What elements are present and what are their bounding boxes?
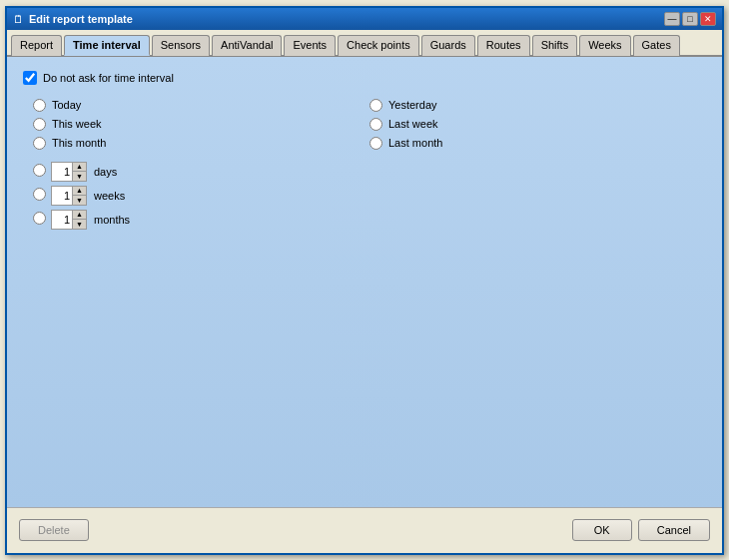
spinner-weeks-control[interactable]: ▲ ▼ xyxy=(51,186,87,206)
spinner-weeks-down[interactable]: ▼ xyxy=(73,196,86,206)
spinner-months-control[interactable]: ▲ ▼ xyxy=(51,210,87,230)
spinner-months-arrows: ▲ ▼ xyxy=(72,210,86,230)
radio-today[interactable] xyxy=(33,99,46,112)
btn-group-right: OK Cancel xyxy=(572,519,710,541)
checkbox-row: Do not ask for time interval xyxy=(23,71,706,85)
tab-shifts[interactable]: Shifts xyxy=(532,35,578,56)
radio-today-label: Today xyxy=(52,99,81,111)
tab-routes[interactable]: Routes xyxy=(477,35,530,56)
minimize-button[interactable]: — xyxy=(664,12,680,26)
spinner-days-down[interactable]: ▼ xyxy=(73,172,86,182)
radio-weeks-wrapper xyxy=(33,188,46,203)
spinner-days-row: ▲ ▼ days xyxy=(33,162,706,182)
window-icon: 🗒 xyxy=(13,13,24,25)
radio-last-week-label: Last week xyxy=(388,118,438,130)
content-area: Do not ask for time interval Today This … xyxy=(7,57,722,507)
title-bar-left: 🗒 Edit report template xyxy=(13,13,133,25)
spinner-days-value[interactable] xyxy=(52,166,72,178)
radio-this-month-label: This month xyxy=(52,137,106,149)
do-not-ask-checkbox[interactable] xyxy=(23,71,37,85)
tab-report[interactable]: Report xyxy=(11,35,62,56)
radio-months-wrapper xyxy=(33,212,46,227)
maximize-button[interactable]: □ xyxy=(682,12,698,26)
radio-last-week-row: Last week xyxy=(369,118,706,131)
title-buttons: — □ ✕ xyxy=(664,12,716,26)
spinner-weeks-row: ▲ ▼ weeks xyxy=(33,186,706,206)
radio-this-week-row: This week xyxy=(33,118,369,131)
main-window: 🗒 Edit report template — □ ✕ Report Time… xyxy=(5,6,724,555)
spinner-months-down[interactable]: ▼ xyxy=(73,220,86,230)
radio-last-week[interactable] xyxy=(369,118,382,131)
tab-checkpoints[interactable]: Check points xyxy=(338,35,419,56)
spinner-days-label: days xyxy=(94,166,117,178)
radio-this-week-label: This week xyxy=(52,118,102,130)
radio-weeks[interactable] xyxy=(33,188,46,201)
do-not-ask-label: Do not ask for time interval xyxy=(43,72,174,84)
window-title: Edit report template xyxy=(29,13,133,25)
spinner-months-label: months xyxy=(94,214,130,226)
radio-days[interactable] xyxy=(33,164,46,177)
spinner-weeks-arrows: ▲ ▼ xyxy=(72,186,86,206)
radio-last-month-row: Last month xyxy=(369,137,706,150)
spinner-days-arrows: ▲ ▼ xyxy=(72,162,86,182)
tab-sensors[interactable]: Sensors xyxy=(152,35,210,56)
spinner-months-up[interactable]: ▲ xyxy=(73,210,86,221)
spinner-section: ▲ ▼ days ▲ ▼ weeks xyxy=(33,162,706,230)
spinner-weeks-value[interactable] xyxy=(52,190,72,202)
ok-button[interactable]: OK xyxy=(572,519,632,541)
radio-last-month-label: Last month xyxy=(388,137,442,149)
delete-button[interactable]: Delete xyxy=(19,519,89,541)
radio-this-week[interactable] xyxy=(33,118,46,131)
options-grid: Today This week This month Yesterday xyxy=(33,99,706,156)
radio-yesterday-label: Yesterday xyxy=(388,99,437,111)
spinner-days-up[interactable]: ▲ xyxy=(73,162,86,173)
options-right: Yesterday Last week Last month xyxy=(369,99,706,156)
spinner-months-row: ▲ ▼ months xyxy=(33,210,706,230)
radio-this-month-row: This month xyxy=(33,137,369,150)
spinner-days-control[interactable]: ▲ ▼ xyxy=(51,162,87,182)
spinner-weeks-label: weeks xyxy=(94,190,125,202)
tab-guards[interactable]: Guards xyxy=(421,35,475,56)
radio-this-month[interactable] xyxy=(33,137,46,150)
cancel-button[interactable]: Cancel xyxy=(638,519,710,541)
radio-months[interactable] xyxy=(33,212,46,225)
tab-time-interval[interactable]: Time interval xyxy=(64,35,150,56)
title-bar: 🗒 Edit report template — □ ✕ xyxy=(7,8,722,30)
radio-today-row: Today xyxy=(33,99,369,112)
spinner-weeks-up[interactable]: ▲ xyxy=(73,186,86,197)
bottom-bar: Delete OK Cancel xyxy=(7,507,722,553)
radio-yesterday[interactable] xyxy=(369,99,382,112)
spinner-months-value[interactable] xyxy=(52,214,72,226)
options-left: Today This week This month xyxy=(33,99,369,156)
tab-antivandal[interactable]: AntiVandal xyxy=(212,35,282,56)
radio-last-month[interactable] xyxy=(369,137,382,150)
radio-yesterday-row: Yesterday xyxy=(369,99,706,112)
tab-weeks[interactable]: Weeks xyxy=(579,35,630,56)
tab-gates[interactable]: Gates xyxy=(633,35,680,56)
tab-bar: Report Time interval Sensors AntiVandal … xyxy=(7,30,722,57)
tab-events[interactable]: Events xyxy=(284,35,336,56)
close-button[interactable]: ✕ xyxy=(700,12,716,26)
radio-days-wrapper xyxy=(33,164,46,179)
